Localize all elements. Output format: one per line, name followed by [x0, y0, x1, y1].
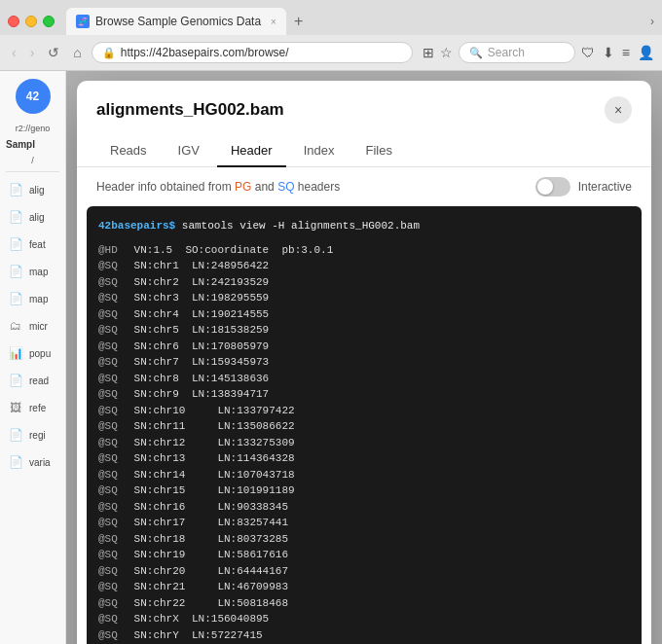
sidebar-item-map1[interactable]: 📄 map	[0, 258, 65, 285]
more-icon[interactable]: ≡	[622, 45, 630, 60]
file-icon: 📄	[8, 454, 23, 470]
maximize-window-button[interactable]	[43, 16, 55, 27]
tab-index[interactable]: Index	[290, 135, 349, 167]
sidebar-logo: 42	[16, 79, 51, 114]
sidebar-url: r2://geno	[0, 122, 65, 135]
sidebar-item-varia[interactable]: 📄 varia	[0, 448, 65, 476]
sidebar-item-align2[interactable]: 📄 alig	[0, 203, 65, 231]
main-content: 42 r2://geno Sampl / 📄 alig 📄 alig 📄 fea…	[0, 71, 662, 644]
sidebar-item-label: micr	[29, 321, 48, 332]
sidebar-item-regi[interactable]: 📄 regi	[0, 421, 65, 448]
sidebar-item-label: feat	[29, 239, 46, 250]
lock-icon: 🔒	[102, 47, 116, 59]
refresh-button[interactable]: ↺	[44, 43, 63, 62]
sidebar-item-micr[interactable]: 🗂 micr	[0, 312, 65, 340]
sidebar-item-label: alig	[29, 185, 45, 196]
tab-files[interactable]: Files	[351, 135, 405, 167]
terminal-line: @SQ SN:chr6 LN:170805979	[98, 339, 630, 355]
tab-reads[interactable]: Reads	[96, 135, 161, 167]
url-bar[interactable]: 🔒 https://42basepairs.com/browse/	[92, 42, 413, 63]
modal-header: alignments_HG002.bam ×	[77, 81, 651, 124]
file-icon: 📄	[8, 182, 23, 197]
minimize-window-button[interactable]	[25, 16, 37, 27]
file-icon: 📄	[8, 209, 23, 225]
terminal-line: @SQ SN:chr18 LN:80373285	[98, 531, 630, 548]
sidebar-slash: /	[0, 154, 65, 167]
browser-tab[interactable]: 🧬 Browse Sample Genomics Data ×	[66, 8, 286, 35]
terminal-line: @HD VN:1.5 SO:coordinate pb:3.0.1	[98, 242, 630, 259]
close-window-button[interactable]	[8, 16, 19, 27]
terminal-line: @SQ SN:chr8 LN:145138636	[98, 371, 630, 387]
tab-header[interactable]: Header	[217, 135, 286, 167]
pg-tag: PG	[235, 180, 251, 194]
modal-close-button[interactable]: ×	[605, 96, 632, 124]
terminal-command-text: samtools view -H alignments_HG002.bam	[175, 220, 420, 232]
terminal-line: @SQ SN:chr2 LN:242193529	[98, 274, 630, 291]
sidebar-item-refe[interactable]: 🖼 refe	[0, 394, 65, 421]
file-icon: 📄	[8, 236, 23, 252]
sidebar-item-read[interactable]: 📄 read	[0, 367, 65, 394]
sidebar-item-map2[interactable]: 📄 map	[0, 285, 65, 312]
home-button[interactable]: ⌂	[69, 43, 85, 62]
tab-bar: 🧬 Browse Sample Genomics Data × + ›	[0, 0, 662, 35]
terminal-line: @SQ SN:chr1 LN:248956422	[98, 258, 630, 274]
sidebar-item-feat[interactable]: 📄 feat	[0, 231, 65, 258]
info-text-before: Header info obtained from	[96, 180, 235, 194]
interactive-label: Interactive	[578, 180, 632, 194]
header-info-text: Header info obtained from PG and SQ head…	[96, 180, 340, 194]
sidebar-item-label: refe	[29, 403, 46, 413]
tab-overflow-button[interactable]: ›	[650, 15, 654, 28]
forward-button[interactable]: ›	[26, 43, 39, 62]
sidebar-item-label: alig	[29, 212, 45, 223]
sidebar-item-label: read	[29, 376, 49, 386]
profile-icon[interactable]: 👤	[638, 45, 654, 60]
interactive-toggle[interactable]: Interactive	[535, 177, 632, 197]
back-button[interactable]: ‹	[8, 43, 20, 62]
terminal-line: @SQ SN:chrY LN:57227415	[98, 627, 630, 644]
file-icon: 📄	[8, 291, 23, 306]
search-box[interactable]: 🔍 Search	[459, 42, 575, 63]
toggle-thumb	[537, 179, 553, 195]
terminal-line: @SQ SN:chr4 LN:190214555	[98, 306, 630, 323]
sq-tag: SQ	[277, 180, 294, 194]
terminal-line: @SQ SN:chrX LN:156040895	[98, 611, 630, 627]
folder-icon: 🗂	[8, 318, 23, 334]
terminal-prompt: 42basepairs$	[98, 220, 175, 232]
download-icon[interactable]: ⬇	[603, 45, 614, 60]
search-icon: 🔍	[469, 47, 483, 59]
address-bar: ‹ › ↺ ⌂ 🔒 https://42basepairs.com/browse…	[0, 35, 662, 70]
sidebar-label: Sampl	[0, 135, 65, 154]
terminal-output[interactable]: 42basepairs$ samtools view -H alignments…	[87, 206, 642, 644]
tab-close-button[interactable]: ×	[271, 17, 276, 27]
modal-overlay: alignments_HG002.bam × Reads IGV Header	[66, 71, 662, 644]
terminal-line: @SQ SN:chr22 LN:50818468	[98, 595, 630, 612]
toggle-track[interactable]	[535, 177, 570, 197]
chart-icon: 📊	[8, 345, 23, 361]
window-controls	[8, 16, 55, 27]
header-info-bar: Header info obtained from PG and SQ head…	[77, 167, 651, 206]
terminal-line: @SQ SN:chr9 LN:138394717	[98, 386, 630, 403]
image-icon: 🖼	[8, 400, 23, 415]
tab-igv[interactable]: IGV	[165, 135, 213, 167]
file-icon: 📄	[8, 373, 23, 388]
sidebar-item-align1[interactable]: 📄 alig	[0, 176, 65, 203]
page-content: alignments_HG002.bam × Reads IGV Header	[66, 71, 662, 644]
terminal-line: @SQ SN:chr5 LN:181538259	[98, 322, 630, 339]
sidebar-divider	[6, 171, 59, 172]
info-text-between: and	[251, 180, 277, 194]
extensions-icon[interactable]: ⊞	[423, 45, 434, 60]
shield-icon[interactable]: 🛡	[581, 45, 595, 60]
sidebar-item-label: map	[29, 294, 48, 304]
terminal-line: @SQ SN:chr11 LN:135086622	[98, 418, 630, 435]
new-tab-button[interactable]: +	[290, 13, 307, 30]
close-icon: ×	[614, 102, 622, 118]
file-detail-modal: alignments_HG002.bam × Reads IGV Header	[77, 81, 651, 644]
terminal-line: @SQ SN:chr3 LN:198295559	[98, 290, 630, 306]
terminal-line: @SQ SN:chr12 LN:133275309	[98, 435, 630, 451]
sidebar: 42 r2://geno Sampl / 📄 alig 📄 alig 📄 fea…	[0, 71, 66, 644]
sidebar-item-popu[interactable]: 📊 popu	[0, 340, 65, 367]
bookmark-icon[interactable]: ☆	[440, 45, 453, 60]
terminal-line: @SQ SN:chr7 LN:159345973	[98, 354, 630, 371]
modal-tabs: Reads IGV Header Index Files	[77, 135, 651, 167]
terminal-line: @SQ SN:chr19 LN:58617616	[98, 547, 630, 563]
